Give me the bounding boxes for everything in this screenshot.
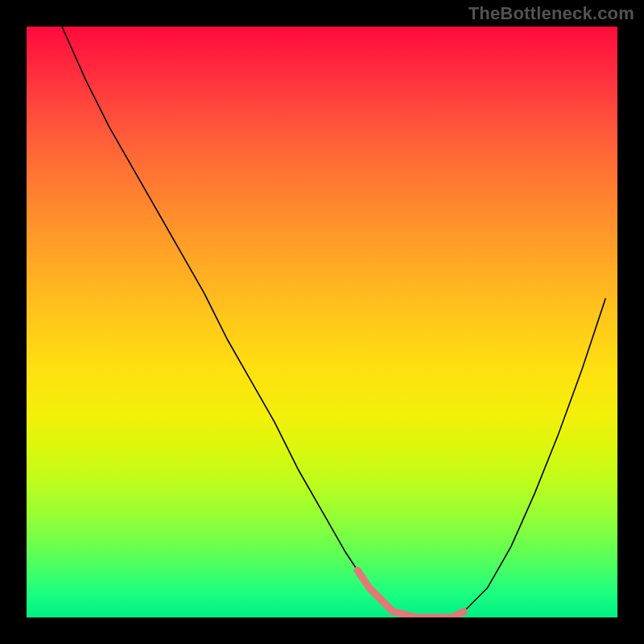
watermark-text: TheBottleneck.com [469, 3, 634, 24]
bottleneck-curve-line [62, 27, 605, 617]
optimal-range-highlight [357, 570, 464, 617]
chart-container: TheBottleneck.com [0, 0, 644, 644]
chart-overlay [27, 27, 617, 617]
